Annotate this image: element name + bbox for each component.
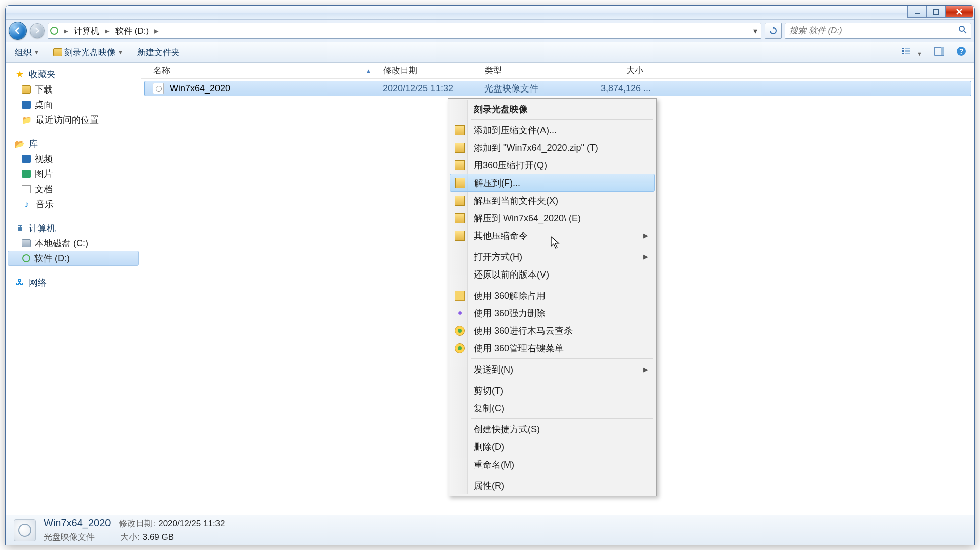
documents-icon	[22, 185, 31, 193]
file-date: 2020/12/25 11:32	[383, 83, 484, 94]
cm-open-360zip[interactable]: 用360压缩打开(Q)	[450, 156, 655, 174]
cm-360-unlock[interactable]: 使用 360解除占用	[450, 287, 655, 304]
cm-add-archive[interactable]: 添加到压缩文件(A)...	[450, 121, 655, 139]
sidebar-recent[interactable]: 📁最近访问的位置	[6, 112, 141, 127]
cm-restore-prev[interactable]: 还原以前的版本(V)	[450, 265, 655, 283]
forward-button[interactable]	[30, 23, 45, 38]
submenu-arrow-icon: ▶	[643, 253, 648, 260]
col-date[interactable]: 修改日期	[379, 65, 481, 76]
svg-rect-5	[902, 53, 904, 54]
preview-pane-button[interactable]	[932, 45, 946, 60]
cm-delete[interactable]: 删除(D)	[450, 438, 655, 455]
col-size[interactable]: 大小	[582, 65, 647, 76]
cm-properties[interactable]: 属性(R)	[450, 477, 655, 494]
archive-icon	[455, 196, 465, 206]
sidebar-network[interactable]: 🖧网络	[6, 275, 141, 290]
file-row[interactable]: Win7x64_2020 2020/12/25 11:32 光盘映像文件 3,8…	[144, 81, 971, 96]
search-box[interactable]	[785, 23, 971, 39]
minimize-button[interactable]	[907, 6, 926, 18]
maximize-button[interactable]	[926, 6, 945, 18]
sort-arrow-icon: ▲	[366, 68, 371, 74]
sidebar: ★收藏夹 下载 桌面 📁最近访问的位置 📂库 视频 图片 文档 ♪音乐 🖥计算机…	[6, 63, 141, 515]
sidebar-favorites[interactable]: ★收藏夹	[6, 67, 141, 82]
column-headers: 名称▲ 修改日期 类型 大小	[141, 63, 974, 79]
status-file-icon	[14, 519, 36, 541]
svg-rect-7	[905, 50, 910, 52]
submenu-arrow-icon: ▶	[643, 365, 648, 373]
status-type: 光盘映像文件	[44, 531, 95, 543]
cm-extract-here[interactable]: 解压到当前文件夹(X)	[450, 192, 655, 209]
search-icon	[959, 26, 967, 36]
new-folder-button[interactable]: 新建文件夹	[134, 45, 183, 60]
sidebar-documents[interactable]: 文档	[6, 181, 141, 197]
refresh-button[interactable]	[765, 23, 782, 39]
explorer-window: ▸ 计算机 ▸ 软件 (D:) ▸ ▾ 组织 ▼ 刻录光盘映像 ▼ 新建文件夹	[5, 5, 975, 545]
crumb-computer[interactable]: 计算机	[72, 23, 101, 38]
svg-rect-1	[934, 9, 939, 14]
sidebar-desktop[interactable]: 桌面	[6, 97, 141, 112]
cm-cut[interactable]: 剪切(T)	[450, 382, 655, 399]
col-name[interactable]: 名称▲	[149, 65, 379, 76]
pictures-icon	[22, 170, 31, 178]
close-button[interactable]	[945, 6, 973, 18]
cm-burn[interactable]: 刻录光盘映像	[450, 100, 655, 118]
help-button[interactable]: ?	[954, 44, 968, 61]
cm-rename[interactable]: 重命名(M)	[450, 455, 655, 473]
desktop-icon	[22, 101, 31, 109]
context-menu: 刻录光盘映像 添加到压缩文件(A)... 添加到 "Win7x64_2020.z…	[448, 98, 657, 496]
recent-icon: 📁	[22, 115, 32, 125]
cm-360-delete[interactable]: ✦使用 360强力删除	[450, 304, 655, 322]
crumb-drive[interactable]: 软件 (D:)	[113, 23, 151, 38]
file-size: 3,874,126 ...	[586, 83, 651, 94]
cm-extract-to[interactable]: 解压到(F)...	[450, 174, 655, 192]
cm-360-scan[interactable]: 使用 360进行木马云查杀	[450, 322, 655, 339]
nav-row: ▸ 计算机 ▸ 软件 (D:) ▸ ▾	[6, 20, 974, 42]
svg-rect-10	[941, 47, 944, 55]
sidebar-libraries[interactable]: 📂库	[6, 136, 141, 151]
back-button[interactable]	[9, 22, 27, 40]
cm-add-zip[interactable]: 添加到 "Win7x64_2020.zip" (T)	[450, 139, 655, 156]
status-title: Win7x64_2020	[44, 517, 111, 529]
organize-button[interactable]: 组织 ▼	[12, 45, 42, 60]
address-dropdown[interactable]: ▾	[749, 23, 761, 38]
music-icon: ♪	[22, 199, 32, 209]
sidebar-downloads[interactable]: 下载	[6, 82, 141, 97]
svg-rect-8	[905, 53, 910, 54]
burn-image-button[interactable]: 刻录光盘映像 ▼	[50, 45, 126, 60]
libraries-icon: 📂	[15, 139, 25, 149]
iso-file-icon	[153, 83, 164, 94]
view-button[interactable]: ▼	[899, 45, 924, 60]
sidebar-localdisk[interactable]: 本地磁盘 (C:)	[6, 236, 141, 251]
scan-icon	[455, 326, 465, 336]
cursor-icon	[551, 236, 561, 251]
status-mod-label: 修改日期:	[119, 518, 155, 529]
cm-shortcut[interactable]: 创建快捷方式(S)	[450, 420, 655, 438]
file-pane: 名称▲ 修改日期 类型 大小 Win7x64_2020 2020/12/25 1…	[141, 63, 974, 515]
archive-icon	[455, 213, 465, 223]
cm-copy[interactable]: 复制(C)	[450, 399, 655, 417]
sidebar-videos[interactable]: 视频	[6, 151, 141, 166]
archive-icon	[455, 231, 465, 241]
sidebar-pictures[interactable]: 图片	[6, 166, 141, 181]
status-size-val: 3.69 GB	[143, 532, 174, 542]
sidebar-music[interactable]: ♪音乐	[6, 197, 141, 212]
search-input[interactable]	[789, 26, 959, 36]
file-type: 光盘映像文件	[484, 82, 586, 95]
sidebar-software-drive[interactable]: 软件 (D:)	[8, 251, 139, 266]
archive-icon	[455, 178, 465, 188]
star-icon: ★	[15, 69, 25, 79]
network-icon: 🖧	[15, 278, 25, 288]
status-size-label: 大小:	[120, 531, 140, 543]
svg-rect-0	[915, 13, 920, 14]
hdd-icon	[22, 239, 31, 247]
address-bar[interactable]: ▸ 计算机 ▸ 软件 (D:) ▸ ▾	[48, 23, 761, 39]
toolbar: 组织 ▼ 刻录光盘映像 ▼ 新建文件夹 ▼ ?	[6, 42, 974, 63]
cm-360-menu[interactable]: 使用 360管理右键菜单	[450, 339, 655, 357]
cm-extract-named[interactable]: 解压到 Win7x64_2020\ (E)	[450, 209, 655, 227]
cd-icon	[22, 254, 30, 262]
cm-send-to[interactable]: 发送到(N)▶	[450, 360, 655, 378]
status-bar: Win7x64_2020 修改日期: 2020/12/25 11:32 光盘映像…	[6, 515, 974, 545]
col-type[interactable]: 类型	[481, 65, 582, 76]
sidebar-computer[interactable]: 🖥计算机	[6, 221, 141, 236]
downloads-icon	[22, 85, 31, 94]
